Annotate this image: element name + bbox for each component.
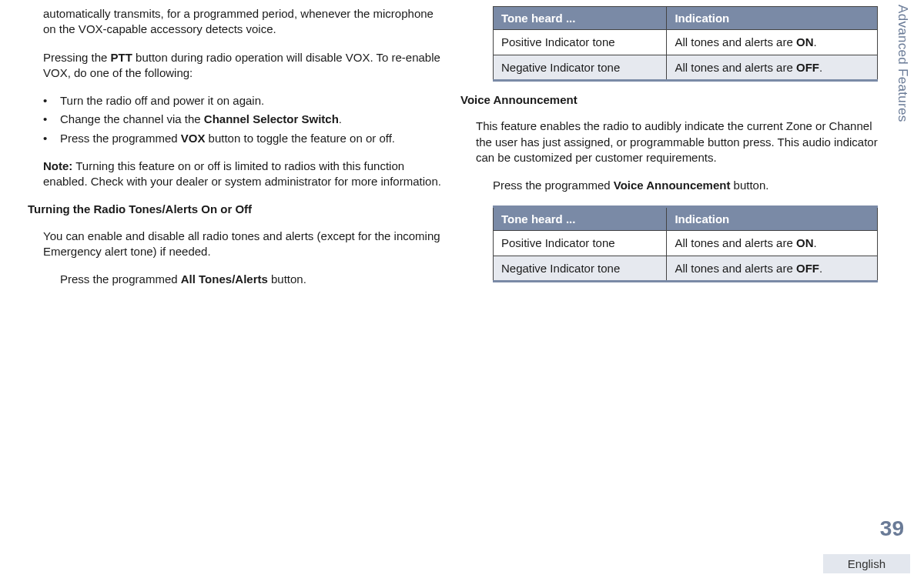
paragraph: This feature enables the radio to audibl…: [476, 119, 878, 165]
table-cell: Positive Indicator tone: [494, 231, 667, 256]
section-heading: Turning the Radio Tones/Alerts On or Off: [28, 202, 445, 217]
page-number: 39: [880, 516, 904, 541]
section-heading: Voice Announcement: [460, 92, 878, 108]
table-header: Indication: [667, 7, 878, 30]
table-header: Indication: [667, 207, 878, 231]
left-column: automatically transmits, for a programme…: [43, 6, 445, 299]
bullet-icon: •: [43, 131, 51, 146]
list-item: •Press the programmed VOX button to togg…: [43, 131, 445, 146]
table-cell: All tones and alerts are ON.: [667, 30, 878, 55]
table-header-row: Tone heard ... Indication: [494, 207, 878, 231]
language-tab: English: [823, 554, 910, 573]
paragraph: You can enable and disable all radio ton…: [43, 229, 445, 260]
side-tab-label: Advanced Features: [895, 5, 910, 122]
note-label: Note:: [43, 159, 72, 172]
list-item: •Turn the radio off and power it on agai…: [43, 93, 445, 109]
table-cell: Negative Indicator tone: [494, 55, 667, 81]
paragraph: automatically transmits, for a programme…: [43, 6, 445, 38]
right-column: Tone heard ... Indication Positive Indic…: [476, 6, 878, 299]
table-row: Negative Indicator tone All tones and al…: [494, 55, 878, 81]
table-wrapper: Tone heard ... Indication Positive Indic…: [493, 6, 878, 82]
table-cell: All tones and alerts are OFF.: [667, 55, 878, 81]
tone-table: Tone heard ... Indication Positive Indic…: [493, 205, 878, 282]
note-paragraph: Note: Turning this feature on or off is …: [43, 159, 445, 190]
table-cell: All tones and alerts are OFF.: [667, 256, 878, 282]
bullet-list: •Turn the radio off and power it on agai…: [43, 93, 445, 146]
table-row: Positive Indicator tone All tones and al…: [494, 231, 878, 256]
table-row: Positive Indicator tone All tones and al…: [494, 30, 878, 55]
table-row: Negative Indicator tone All tones and al…: [494, 256, 878, 282]
table-cell: Negative Indicator tone: [494, 256, 667, 282]
table-header: Tone heard ...: [494, 207, 667, 231]
table-header-row: Tone heard ... Indication: [494, 7, 878, 30]
paragraph: Pressing the PTT button during radio ope…: [43, 50, 445, 82]
table-cell: Positive Indicator tone: [494, 30, 667, 55]
indented-block: Press the programmed Voice Announcement …: [493, 178, 878, 282]
tone-table: Tone heard ... Indication Positive Indic…: [493, 6, 878, 82]
table-header: Tone heard ...: [494, 7, 667, 30]
table-cell: All tones and alerts are ON.: [667, 231, 878, 256]
paragraph: Press the programmed All Tones/Alerts bu…: [60, 272, 445, 287]
paragraph: Press the programmed Voice Announcement …: [493, 178, 878, 193]
list-item: •Change the channel via the Channel Sele…: [43, 112, 445, 127]
bullet-icon: •: [43, 112, 51, 127]
page-content: automatically transmits, for a programme…: [0, 0, 878, 299]
bullet-icon: •: [43, 93, 51, 109]
